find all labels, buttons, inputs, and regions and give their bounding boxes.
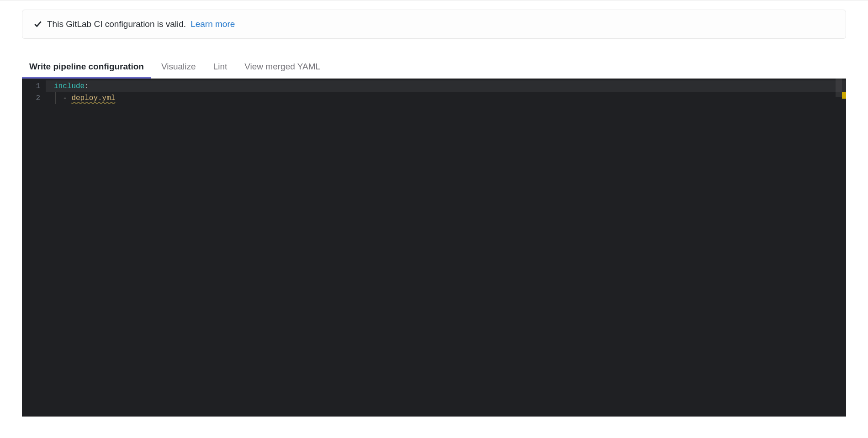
minimap-warning-marker[interactable] — [842, 92, 846, 99]
tab-visualize[interactable]: Visualize — [161, 55, 196, 78]
tab-lint[interactable]: Lint — [213, 55, 228, 78]
editor-gutter: 1 2 — [22, 79, 46, 417]
checkmark-icon — [33, 20, 42, 29]
code-line[interactable]: - deploy.yml — [46, 92, 846, 104]
yaml-colon: : — [85, 82, 89, 90]
learn-more-link[interactable]: Learn more — [191, 19, 235, 29]
line-number: 2 — [31, 92, 40, 104]
minimap-overview[interactable] — [836, 79, 842, 97]
code-line[interactable]: include: — [46, 80, 846, 92]
validation-alert: This GitLab CI configuration is valid. L… — [22, 10, 846, 39]
yaml-dash: - — [63, 94, 71, 102]
tab-view-merged-yaml[interactable]: View merged YAML — [244, 55, 320, 78]
yaml-value: deploy.yml — [71, 94, 115, 102]
tab-write-pipeline[interactable]: Write pipeline configuration — [29, 55, 144, 78]
editor-tabs: Write pipeline configuration Visualize L… — [22, 55, 846, 79]
alert-message: This GitLab CI configuration is valid. — [47, 19, 186, 29]
indent-guide — [55, 92, 56, 104]
line-number: 1 — [31, 80, 40, 92]
code-editor[interactable]: 1 2 include: - deploy.yml — [22, 79, 846, 417]
editor-content[interactable]: include: - deploy.yml — [46, 79, 846, 417]
yaml-key: include — [54, 82, 85, 90]
